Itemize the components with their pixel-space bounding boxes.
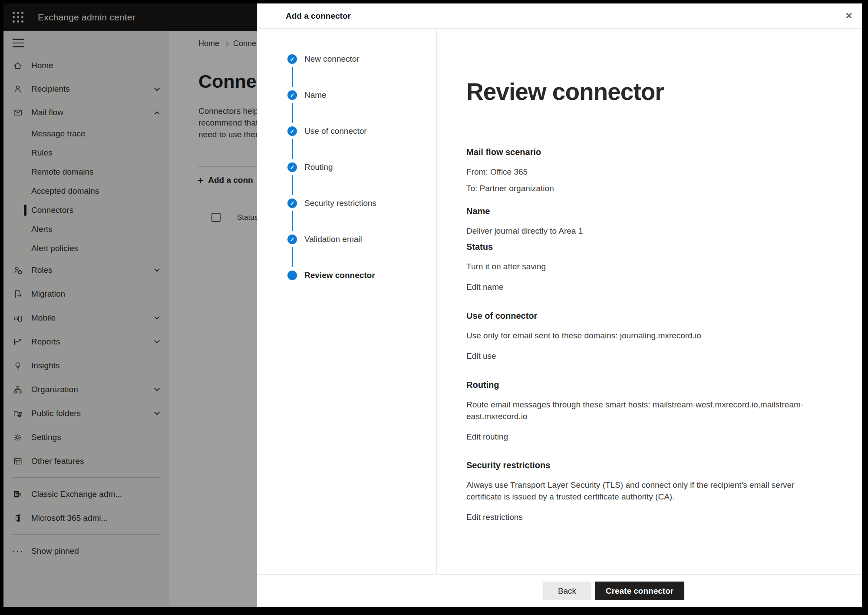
review-title: Review connector bbox=[466, 77, 836, 106]
section-name: Name Deliver journal directly to Area 1 bbox=[466, 206, 829, 237]
edit-use-link[interactable]: Edit use bbox=[466, 350, 496, 362]
dialog-header: Add a connector bbox=[257, 3, 862, 29]
step-complete-icon: ✓ bbox=[287, 54, 297, 64]
step-new-connector[interactable]: ✓ New connector bbox=[287, 54, 436, 90]
step-validation-email[interactable]: ✓ Validation email bbox=[287, 235, 436, 271]
step-security-restrictions[interactable]: ✓ Security restrictions bbox=[287, 198, 436, 235]
section-routing: Routing Route email messages through the… bbox=[466, 380, 829, 443]
add-connector-dialog: Add a connector ✕ ✓ New connector ✓ Name… bbox=[257, 3, 862, 607]
dialog-body: ✓ New connector ✓ Name ✓ Use of connecto… bbox=[257, 29, 862, 574]
edit-name-link[interactable]: Edit name bbox=[466, 281, 504, 293]
step-complete-icon: ✓ bbox=[287, 235, 297, 244]
section-mail-flow-scenario: Mail flow scenario From: Office 365 To: … bbox=[466, 147, 829, 194]
review-content: Review connector Mail flow scenario From… bbox=[437, 29, 862, 574]
step-complete-icon: ✓ bbox=[287, 162, 297, 172]
section-status: Status Turn it on after saving Edit name bbox=[466, 241, 829, 293]
close-icon[interactable]: ✕ bbox=[842, 9, 856, 23]
step-use-of-connector[interactable]: ✓ Use of connector bbox=[287, 126, 436, 162]
back-button[interactable]: Back bbox=[543, 582, 591, 600]
step-complete-icon: ✓ bbox=[287, 90, 297, 100]
step-current-icon bbox=[287, 271, 297, 280]
edit-routing-link[interactable]: Edit routing bbox=[466, 431, 508, 443]
dialog-footer: Back Create connector bbox=[257, 574, 862, 607]
app-window: Exchange admin center Home Recipients Ma… bbox=[3, 3, 862, 607]
step-name[interactable]: ✓ Name bbox=[287, 90, 436, 126]
create-connector-button[interactable]: Create connector bbox=[595, 582, 684, 600]
wizard-stepper: ✓ New connector ✓ Name ✓ Use of connecto… bbox=[257, 29, 437, 574]
step-complete-icon: ✓ bbox=[287, 126, 297, 136]
section-use-of-connector: Use of connector Use only for email sent… bbox=[466, 311, 829, 362]
edit-restrictions-link[interactable]: Edit restrictions bbox=[466, 511, 523, 523]
dialog-title: Add a connector bbox=[286, 11, 351, 21]
section-security-restrictions: Security restrictions Always use Transpo… bbox=[466, 460, 829, 523]
step-routing[interactable]: ✓ Routing bbox=[287, 162, 436, 198]
step-complete-icon: ✓ bbox=[287, 198, 297, 208]
step-review-connector[interactable]: Review connector bbox=[287, 271, 436, 307]
